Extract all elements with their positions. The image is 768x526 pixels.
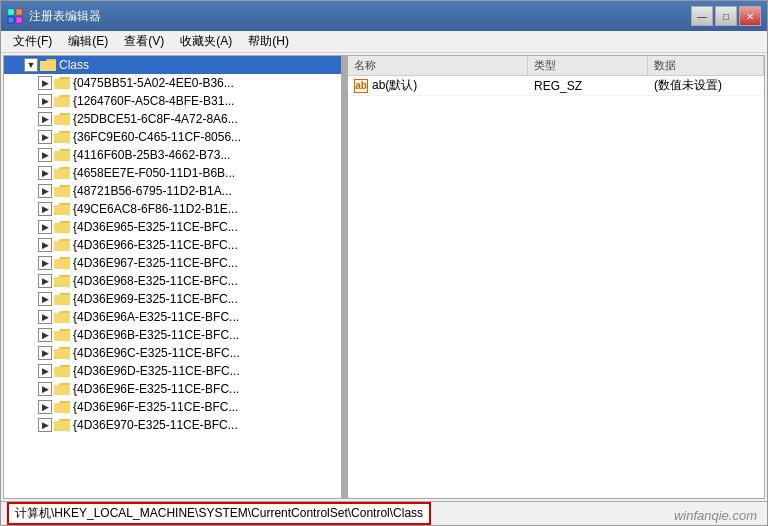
tree-node-node9[interactable]: ▶{4D36E965-E325-11CE-BFC... <box>4 218 341 236</box>
right-header: 名称 类型 数据 <box>348 56 764 76</box>
expand-btn-12[interactable]: ▶ <box>38 292 52 306</box>
tree-label-14: {4D36E96B-E325-11CE-BFC... <box>73 328 239 342</box>
menu-view[interactable]: 查看(V) <box>116 31 172 52</box>
window-title: 注册表编辑器 <box>29 8 691 25</box>
tree-node-node1[interactable]: ▶{0475BB51-5A02-4EE0-B36... <box>4 74 341 92</box>
folder-icon-1 <box>54 94 70 108</box>
expand-btn-13[interactable]: ▶ <box>38 310 52 324</box>
tree-node-node8[interactable]: ▶{49CE6AC8-6F86-11D2-B1E... <box>4 200 341 218</box>
tree-node-node19[interactable]: ▶{4D36E96F-E325-11CE-BFC... <box>4 398 341 416</box>
folder-icon-4 <box>54 148 70 162</box>
tree-node-node7[interactable]: ▶{48721B56-6795-11D2-B1A... <box>4 182 341 200</box>
app-icon <box>7 8 23 24</box>
tree-node-node10[interactable]: ▶{4D36E966-E325-11CE-BFC... <box>4 236 341 254</box>
expand-btn-1[interactable]: ▶ <box>38 94 52 108</box>
expand-btn-16[interactable]: ▶ <box>38 364 52 378</box>
expand-btn-6[interactable]: ▶ <box>38 184 52 198</box>
tree-label-6: {48721B56-6795-11D2-B1A... <box>73 184 232 198</box>
expand-btn-19[interactable]: ▶ <box>38 418 52 432</box>
status-bar: 计算机\HKEY_LOCAL_MACHINE\SYSTEM\CurrentCon… <box>1 501 767 525</box>
expand-btn-9[interactable]: ▶ <box>38 238 52 252</box>
right-panel: 名称 类型 数据 ab ab(默认) REG_SZ <box>348 56 764 498</box>
tree-node-class[interactable]: ▼ Class <box>4 56 341 74</box>
tree-label-17: {4D36E96E-E325-11CE-BFC... <box>73 382 239 396</box>
svg-rect-2 <box>8 17 14 23</box>
registry-row-default[interactable]: ab ab(默认) REG_SZ (数值未设置) <box>348 76 764 96</box>
tree-label-8: {4D36E965-E325-11CE-BFC... <box>73 220 238 234</box>
svg-rect-1 <box>16 9 22 15</box>
tree-node-node14[interactable]: ▶{4D36E96A-E325-11CE-BFC... <box>4 308 341 326</box>
title-bar: 注册表编辑器 — □ ✕ <box>1 1 767 31</box>
col-header-name: 名称 <box>348 56 528 75</box>
expand-btn-0[interactable]: ▶ <box>38 76 52 90</box>
tree-node-node3[interactable]: ▶{25DBCE51-6C8F-4A72-8A6... <box>4 110 341 128</box>
main-content: ▼ Class ▶{0475BB51-5A02-4EE0-B36...▶{126… <box>3 55 765 499</box>
right-content[interactable]: ab ab(默认) REG_SZ (数值未设置) <box>348 76 764 498</box>
ab-icon: ab <box>354 79 368 93</box>
menu-help[interactable]: 帮助(H) <box>240 31 297 52</box>
svg-rect-0 <box>8 9 14 15</box>
tree-label-13: {4D36E96A-E325-11CE-BFC... <box>73 310 239 324</box>
expand-btn-5[interactable]: ▶ <box>38 166 52 180</box>
expand-btn-7[interactable]: ▶ <box>38 202 52 216</box>
tree-label-12: {4D36E969-E325-11CE-BFC... <box>73 292 238 306</box>
tree-node-node12[interactable]: ▶{4D36E968-E325-11CE-BFC... <box>4 272 341 290</box>
menu-edit[interactable]: 编辑(E) <box>60 31 116 52</box>
tree-label-7: {49CE6AC8-6F86-11D2-B1E... <box>73 202 238 216</box>
expand-btn-15[interactable]: ▶ <box>38 346 52 360</box>
tree-node-node18[interactable]: ▶{4D36E96E-E325-11CE-BFC... <box>4 380 341 398</box>
minimize-button[interactable]: — <box>691 6 713 26</box>
folder-icon-9 <box>54 238 70 252</box>
tree-label-18: {4D36E96F-E325-11CE-BFC... <box>73 400 238 414</box>
tree-node-node11[interactable]: ▶{4D36E967-E325-11CE-BFC... <box>4 254 341 272</box>
expand-btn-4[interactable]: ▶ <box>38 148 52 162</box>
folder-icon-12 <box>54 292 70 306</box>
folder-icon-15 <box>54 346 70 360</box>
tree-node-node6[interactable]: ▶{4658EE7E-F050-11D1-B6B... <box>4 164 341 182</box>
expand-btn-17[interactable]: ▶ <box>38 382 52 396</box>
tree-node-node4[interactable]: ▶{36FC9E60-C465-11CF-8056... <box>4 128 341 146</box>
folder-icon-7 <box>54 202 70 216</box>
expand-btn-10[interactable]: ▶ <box>38 256 52 270</box>
tree-label-11: {4D36E968-E325-11CE-BFC... <box>73 274 238 288</box>
tree-label-1: {1264760F-A5C8-4BFE-B31... <box>73 94 234 108</box>
expand-btn-8[interactable]: ▶ <box>38 220 52 234</box>
expand-btn-11[interactable]: ▶ <box>38 274 52 288</box>
tree-content[interactable]: ▼ Class ▶{0475BB51-5A02-4EE0-B36...▶{126… <box>4 56 341 498</box>
expand-btn-18[interactable]: ▶ <box>38 400 52 414</box>
tree-label-2: {25DBCE51-6C8F-4A72-8A6... <box>73 112 238 126</box>
watermark: winfanqie.com <box>674 508 757 523</box>
menu-favorites[interactable]: 收藏夹(A) <box>172 31 240 52</box>
tree-label-5: {4658EE7E-F050-11D1-B6B... <box>73 166 235 180</box>
tree-node-node15[interactable]: ▶{4D36E96B-E325-11CE-BFC... <box>4 326 341 344</box>
tree-label-15: {4D36E96C-E325-11CE-BFC... <box>73 346 240 360</box>
folder-icon-5 <box>54 166 70 180</box>
folder-icon-19 <box>54 418 70 432</box>
expand-btn-2[interactable]: ▶ <box>38 112 52 126</box>
tree-node-node16[interactable]: ▶{4D36E96C-E325-11CE-BFC... <box>4 344 341 362</box>
tree-label-19: {4D36E970-E325-11CE-BFC... <box>73 418 238 432</box>
tree-node-node2[interactable]: ▶{1264760F-A5C8-4BFE-B31... <box>4 92 341 110</box>
folder-icon-16 <box>54 364 70 378</box>
tree-nodes: ▶{0475BB51-5A02-4EE0-B36...▶{1264760F-A5… <box>4 74 341 434</box>
expand-btn-3[interactable]: ▶ <box>38 130 52 144</box>
tree-node-node20[interactable]: ▶{4D36E970-E325-11CE-BFC... <box>4 416 341 434</box>
menu-file[interactable]: 文件(F) <box>5 31 60 52</box>
expand-btn-14[interactable]: ▶ <box>38 328 52 342</box>
tree-label-3: {36FC9E60-C465-11CF-8056... <box>73 130 241 144</box>
folder-icon-2 <box>54 112 70 126</box>
tree-label-10: {4D36E967-E325-11CE-BFC... <box>73 256 238 270</box>
folder-icon-8 <box>54 220 70 234</box>
menu-bar: 文件(F) 编辑(E) 查看(V) 收藏夹(A) 帮助(H) <box>1 31 767 53</box>
close-button[interactable]: ✕ <box>739 6 761 26</box>
tree-node-node5[interactable]: ▶{4116F60B-25B3-4662-B73... <box>4 146 341 164</box>
folder-icon-17 <box>54 382 70 396</box>
tree-node-node13[interactable]: ▶{4D36E969-E325-11CE-BFC... <box>4 290 341 308</box>
registry-cell-type: REG_SZ <box>528 76 648 95</box>
folder-icon-18 <box>54 400 70 414</box>
tree-label-9: {4D36E966-E325-11CE-BFC... <box>73 238 238 252</box>
maximize-button[interactable]: □ <box>715 6 737 26</box>
tree-label-0: {0475BB51-5A02-4EE0-B36... <box>73 76 234 90</box>
expand-class[interactable]: ▼ <box>24 58 38 72</box>
tree-node-node17[interactable]: ▶{4D36E96D-E325-11CE-BFC... <box>4 362 341 380</box>
